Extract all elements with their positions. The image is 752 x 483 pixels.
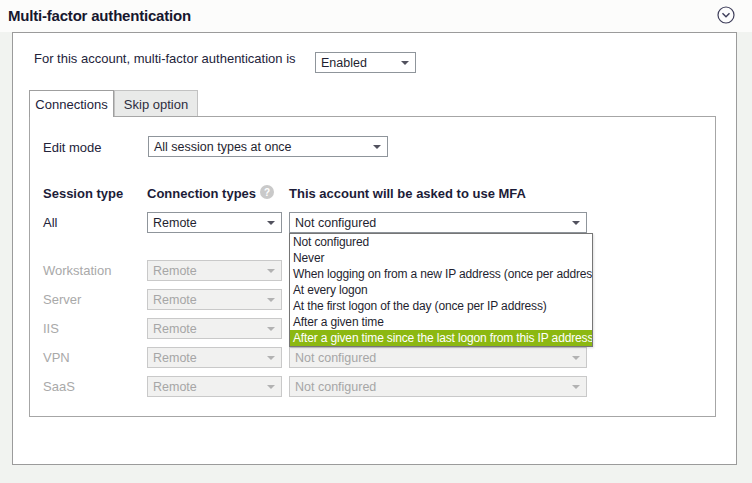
connections-tab-panel: Edit mode All session types at once Sess… (29, 116, 716, 417)
chevron-down-icon (267, 356, 275, 360)
connection-types-value: Remote (153, 293, 197, 307)
header-connection-types: Connection types (147, 186, 256, 201)
mfa-value: Not configured (295, 216, 376, 230)
header-mfa: This account will be asked to use MFA (289, 186, 526, 201)
connection-types-select: Remote (147, 260, 282, 281)
dropdown-option[interactable]: When logging on from a new IP address (o… (290, 266, 592, 282)
session-type-label: VPN (43, 350, 70, 365)
session-type-label: Workstation (43, 263, 111, 278)
connection-types-value: Remote (153, 264, 197, 278)
tab-skip-option-label: Skip option (124, 97, 188, 112)
mfa-select: Not configured (289, 376, 587, 397)
chevron-down-icon (267, 269, 275, 273)
chevron-down-icon (572, 356, 580, 360)
connection-types-select: Remote (147, 318, 282, 339)
tab-connections[interactable]: Connections (29, 90, 114, 117)
chevron-down-icon (267, 327, 275, 331)
edit-mode-value: All session types at once (154, 140, 292, 154)
connection-types-select: Remote (147, 376, 282, 397)
mfa-select: Not configured (289, 347, 587, 368)
dropdown-option[interactable]: Not configured (290, 234, 592, 250)
account-mfa-label: For this account, multi-factor authentic… (34, 51, 296, 66)
connection-types-select: Remote (147, 347, 282, 368)
session-type-label: All (43, 215, 57, 230)
dropdown-option[interactable]: At the first logon of the day (once per … (290, 298, 592, 314)
account-mfa-select[interactable]: Enabled (315, 52, 416, 73)
chevron-down-icon (267, 385, 275, 389)
connection-types-value: Remote (153, 351, 197, 365)
chevron-down-icon (572, 385, 580, 389)
connection-types-select[interactable]: Remote (147, 212, 282, 233)
collapse-chevron-icon[interactable] (716, 5, 736, 25)
help-icon-glyph: ? (264, 187, 270, 198)
connection-types-value: Remote (153, 216, 197, 230)
session-type-label: Server (43, 292, 81, 307)
connection-types-value: Remote (153, 322, 197, 336)
dropdown-option[interactable]: Never (290, 250, 592, 266)
tab-skip-option[interactable]: Skip option (114, 90, 198, 117)
header-session-type: Session type (43, 186, 123, 201)
mfa-value: Not configured (295, 380, 376, 394)
chevron-down-icon (401, 61, 409, 65)
edit-mode-label: Edit mode (43, 140, 102, 155)
mfa-options-list: Not configured Never When logging on fro… (289, 233, 593, 347)
tab-connections-label: Connections (35, 97, 107, 112)
account-mfa-value: Enabled (321, 56, 367, 70)
session-type-label: SaaS (43, 379, 75, 394)
chevron-down-icon (572, 221, 580, 225)
dropdown-option[interactable]: After a given time (290, 314, 592, 330)
mfa-value: Not configured (295, 351, 376, 365)
session-type-label: IIS (43, 321, 59, 336)
dropdown-option[interactable]: At every logon (290, 282, 592, 298)
dropdown-option-highlighted[interactable]: After a given time since the last logon … (290, 330, 592, 346)
mfa-select[interactable]: Not configured (289, 212, 587, 233)
chevron-down-icon (267, 221, 275, 225)
page-title: Multi-factor authentication (8, 7, 191, 24)
connection-types-value: Remote (153, 380, 197, 394)
chevron-down-icon (373, 145, 381, 149)
connection-types-select: Remote (147, 289, 282, 310)
edit-mode-select[interactable]: All session types at once (148, 136, 388, 157)
chevron-down-icon (267, 298, 275, 302)
help-icon[interactable]: ? (260, 185, 274, 199)
mfa-settings-panel: For this account, multi-factor authentic… (12, 32, 737, 465)
